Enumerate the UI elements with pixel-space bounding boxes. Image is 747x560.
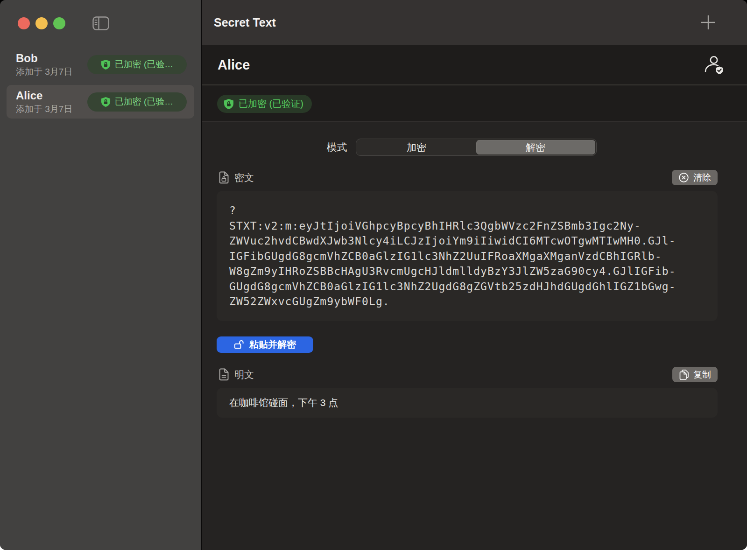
mode-option-decrypt[interactable]: 解密 <box>476 140 595 154</box>
ciphertext-label-group: 密文 <box>218 171 672 184</box>
document-lock-icon <box>218 171 229 184</box>
status-badge-label: 已加密 (已验证) <box>239 98 303 110</box>
main-panel: Secret Text Alice <box>202 0 747 550</box>
plaintext-label-group: 明文 <box>218 368 672 381</box>
x-circle-icon <box>678 172 689 183</box>
encrypted-badge: 已加密 (已验… <box>87 92 187 112</box>
status-band: 已加密 (已验证) <box>202 85 747 122</box>
ciphertext-line: IGFibGUgdG8gcmVhZCB0aGlzIG1lc3NhZ2UuIFRo… <box>229 249 706 264</box>
mode-row: 模式 加密 解密 <box>211 139 712 156</box>
shield-lock-icon <box>101 97 111 107</box>
add-contact-button[interactable] <box>699 14 717 31</box>
plaintext-label: 明文 <box>234 368 254 381</box>
mode-segmented-control: 加密 解密 <box>356 139 597 156</box>
main-titlebar: Secret Text <box>202 0 747 45</box>
clear-button[interactable]: 清除 <box>672 170 718 185</box>
contact-info: Bob 添加于 3月7日 <box>16 51 87 77</box>
plaintext-label-row: 明文 复制 <box>217 367 718 382</box>
ciphertext-label: 密文 <box>234 171 254 184</box>
zoom-window-button[interactable] <box>53 17 65 29</box>
encrypted-badge-label: 已加密 (已验… <box>115 58 174 70</box>
plus-icon <box>700 14 716 30</box>
plaintext-value: 在咖啡馆碰面，下午 3 点 <box>229 396 338 409</box>
copy-icon <box>679 369 689 380</box>
ciphertext-line: ZW52ZWxvcGUgZm9ybWF0Lg. <box>229 294 706 309</box>
paste-decrypt-button[interactable]: 粘贴并解密 <box>217 336 313 353</box>
app-window: Bob 添加于 3月7日 已加密 (已验… Alice 添加于 3月7日 <box>0 0 747 550</box>
ciphertext-field[interactable]: ? STXT:v2:m:eyJtIjoiVGhpcyBpcyBhIHRlc3Qg… <box>217 191 718 321</box>
ciphertext-line: W8gZm9yIHRoZSBBcHAgU3RvcmUgcHJldmlldyBzY… <box>229 264 706 279</box>
list-item-bob[interactable]: Bob 添加于 3月7日 已加密 (已验… <box>7 48 194 81</box>
copy-button-label: 复制 <box>693 369 711 381</box>
copy-button[interactable]: 复制 <box>672 367 718 382</box>
clear-button-label: 清除 <box>693 172 711 184</box>
status-badge: 已加密 (已验证) <box>217 95 312 113</box>
person-badge-shield-checkmark-icon[interactable] <box>701 55 724 75</box>
contact-name: Bob <box>16 51 87 65</box>
contact-title: Alice <box>218 57 701 73</box>
document-text-icon <box>218 368 229 381</box>
contact-name: Alice <box>16 89 87 103</box>
minimize-window-button[interactable] <box>35 17 48 29</box>
sidebar-titlebar <box>0 0 201 47</box>
list-item-alice[interactable]: Alice 添加于 3月7日 已加密 (已验… <box>7 85 194 119</box>
contact-header: Alice <box>202 45 747 85</box>
app-title: Secret Text <box>214 16 699 29</box>
paste-decrypt-label: 粘贴并解密 <box>249 338 296 351</box>
ciphertext-line: ZWVuc2hvdCBwdXJwb3Nlcy4iLCJzIjoiYm9iIiwi… <box>229 233 706 249</box>
ciphertext-line: GUgdG8gcmVhZCB0aGlzIG1lc3NhZ2UgdG8gZGVtb… <box>229 279 706 294</box>
ciphertext-label-row: 密文 清除 <box>217 170 718 185</box>
mode-option-encrypt[interactable]: 加密 <box>357 140 476 154</box>
close-window-button[interactable] <box>18 17 30 29</box>
lock-open-icon <box>234 339 244 350</box>
contact-list: Bob 添加于 3月7日 已加密 (已验… Alice 添加于 3月7日 <box>0 47 201 122</box>
shield-lock-icon <box>101 59 111 70</box>
encrypted-badge: 已加密 (已验… <box>87 55 187 74</box>
contact-info: Alice 添加于 3月7日 <box>16 89 87 115</box>
detail-content: 模式 加密 解密 密文 <box>202 122 747 550</box>
shield-lock-icon <box>224 98 234 110</box>
mode-label: 模式 <box>327 140 347 154</box>
sidebar: Bob 添加于 3月7日 已加密 (已验… Alice 添加于 3月7日 <box>0 0 201 550</box>
plaintext-field[interactable]: 在咖啡馆碰面，下午 3 点 <box>217 388 718 418</box>
contact-added-date: 添加于 3月7日 <box>16 66 87 77</box>
ciphertext-line: STXT:v2:m:eyJtIjoiVGhpcyBpcyBhIHRlc3QgbW… <box>229 218 706 234</box>
sidebar-toggle-icon[interactable] <box>92 16 109 30</box>
contact-added-date: 添加于 3月7日 <box>16 104 87 115</box>
encrypted-badge-label: 已加密 (已验… <box>115 96 174 108</box>
ciphertext-line: ? <box>229 203 706 218</box>
